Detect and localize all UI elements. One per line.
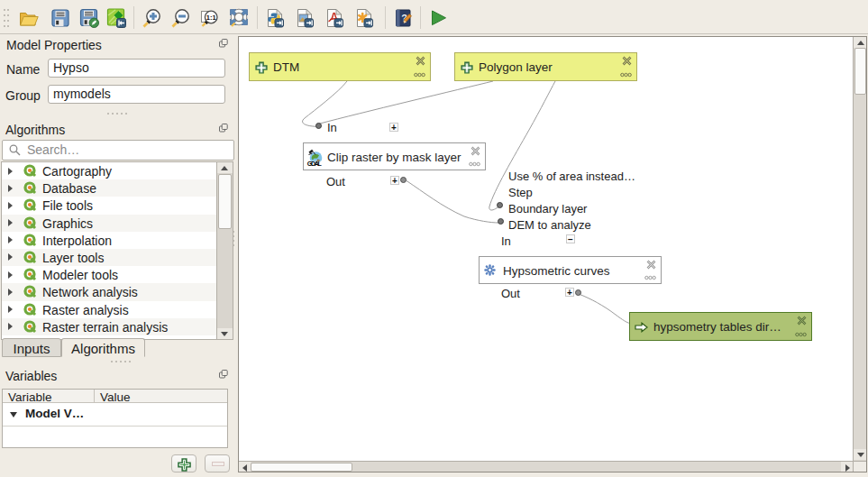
svg-text:GDAL: GDAL	[307, 160, 323, 166]
svg-text:1:1: 1:1	[206, 14, 216, 22]
